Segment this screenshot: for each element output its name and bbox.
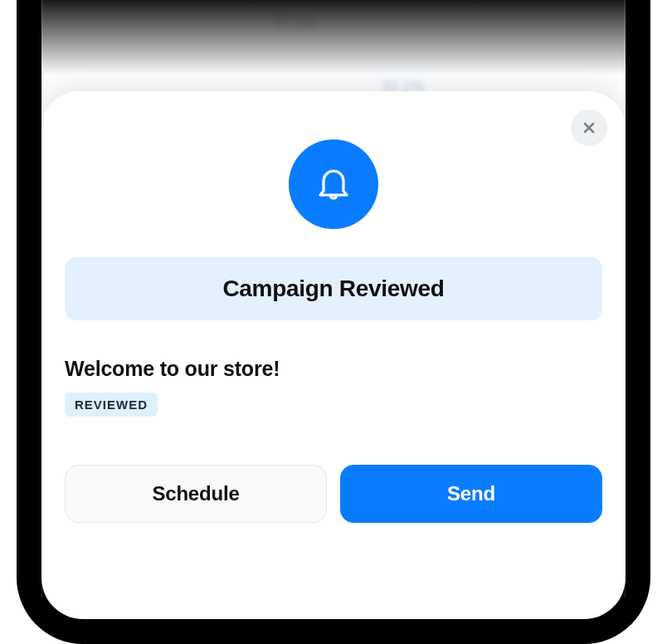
background-stat-1: 57.1% — [274, 15, 316, 32]
send-button[interactable]: Send — [340, 465, 602, 523]
campaign-name: Welcome to our store! — [65, 357, 602, 381]
modal-sheet: Campaign Reviewed Welcome to our store! … — [41, 91, 626, 619]
status-badge: REVIEWED — [65, 393, 158, 417]
modal-title: Campaign Reviewed — [81, 276, 586, 302]
schedule-button[interactable]: Schedule — [65, 465, 327, 523]
close-button[interactable] — [571, 110, 607, 146]
close-icon — [581, 120, 597, 136]
bell-icon — [314, 164, 353, 204]
notification-icon-circle — [289, 139, 378, 229]
device-frame: 57.1% 32.1% Campaign Reviewed Welcome to… — [0, 0, 667, 644]
screen: 57.1% 32.1% Campaign Reviewed Welcome to… — [41, 0, 626, 619]
title-banner: Campaign Reviewed — [65, 257, 602, 320]
button-row: Schedule Send — [65, 465, 602, 523]
